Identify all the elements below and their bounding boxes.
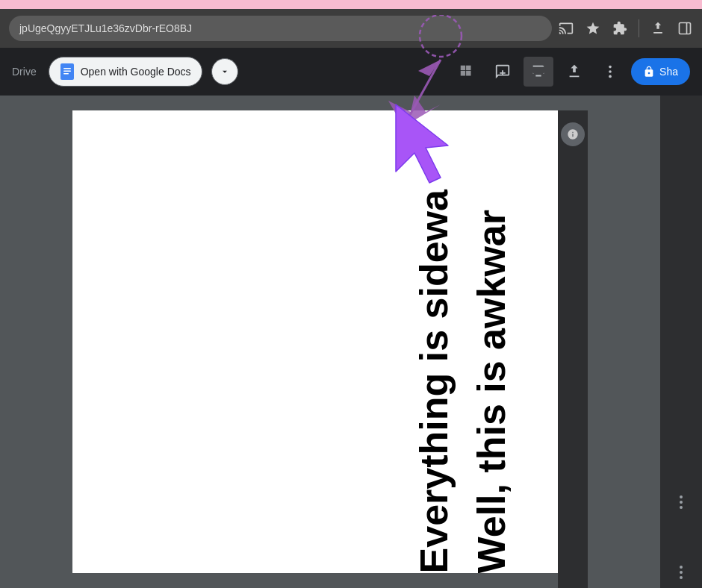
cast-icon[interactable] xyxy=(558,20,574,37)
right-sidebar xyxy=(660,96,702,588)
dot-5 xyxy=(680,571,683,574)
viewer-sidebar xyxy=(558,110,588,588)
svg-rect-4 xyxy=(63,71,71,72)
extensions-icon[interactable] xyxy=(612,20,628,37)
dot-6 xyxy=(680,576,683,579)
svg-rect-0 xyxy=(680,23,691,34)
document-content: Everything is sidewa Well, this is awkwa… xyxy=(413,190,513,573)
dot-1 xyxy=(680,495,683,498)
svg-point-6 xyxy=(609,66,612,69)
info-button[interactable] xyxy=(561,122,585,146)
sidebar-more-options-2[interactable] xyxy=(680,566,683,579)
browser-chrome: jpUgeQgyyETJLu1e36zvDbr-rEO8BJ xyxy=(0,9,702,48)
add-comment-button[interactable] xyxy=(488,57,518,87)
address-text: jpUgeQgyyETJLu1e36zvDbr-rEO8BJ xyxy=(19,22,192,34)
svg-rect-5 xyxy=(63,73,69,75)
address-bar[interactable]: jpUgeQgyyETJLu1e36zvDbr-rEO8BJ xyxy=(9,16,552,41)
dot-2 xyxy=(680,501,683,504)
toolbar-right-icons: Sha xyxy=(452,57,690,87)
rotated-text-right: Well, this is awkwar xyxy=(470,210,513,573)
sidebar-more-options[interactable] xyxy=(680,384,683,509)
present-screen-button[interactable] xyxy=(524,57,553,87)
svg-point-7 xyxy=(609,70,612,73)
more-options-button[interactable] xyxy=(595,57,625,87)
document-page: Everything is sidewa Well, this is awkwa… xyxy=(72,110,558,573)
open-with-dropdown-button[interactable] xyxy=(211,58,238,85)
svg-rect-3 xyxy=(63,68,71,69)
drive-breadcrumb: Drive xyxy=(12,66,37,78)
main-content-area: Everything is sidewa Well, this is awkwa… xyxy=(0,96,702,588)
drive-toolbar: Drive Open with Google Docs xyxy=(0,48,702,96)
document-viewer: Everything is sidewa Well, this is awkwa… xyxy=(0,96,660,588)
pink-top-bar xyxy=(0,0,702,9)
share-label: Sha xyxy=(659,66,678,78)
download-icon[interactable] xyxy=(650,20,666,37)
dot-3 xyxy=(680,506,683,509)
browser-toolbar-icons xyxy=(558,19,693,37)
dot-4 xyxy=(680,566,683,569)
google-docs-icon xyxy=(60,64,75,79)
rotated-text-left: Everything is sidewa xyxy=(413,190,456,573)
table-icon-button[interactable] xyxy=(452,57,482,87)
download-file-button[interactable] xyxy=(559,57,589,87)
share-button[interactable]: Sha xyxy=(631,58,690,85)
open-with-label: Open with Google Docs xyxy=(81,66,191,78)
svg-point-8 xyxy=(609,75,612,78)
open-with-google-docs-button[interactable]: Open with Google Docs xyxy=(49,57,202,87)
star-icon[interactable] xyxy=(585,20,601,37)
separator xyxy=(639,19,639,37)
sidebar-toggle-icon[interactable] xyxy=(677,20,693,37)
